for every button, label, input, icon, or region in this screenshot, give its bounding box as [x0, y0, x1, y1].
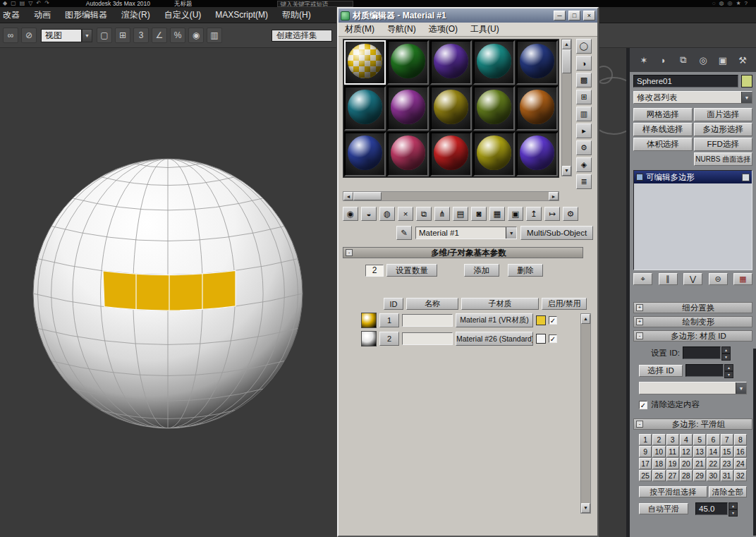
sample-uv-tiling-icon[interactable]: ⊞ [576, 90, 592, 104]
smoothing-group-button[interactable]: 6 [707, 434, 719, 445]
smoothing-group-button[interactable]: 28 [680, 470, 693, 481]
app-logo-icon[interactable]: ◆ [3, 0, 7, 7]
material-sample-slot[interactable] [516, 132, 558, 176]
submaterial-button[interactable]: Material #26 (Standard) [456, 332, 533, 346]
collapse-icon[interactable]: - [636, 421, 643, 428]
tab-motion[interactable]: ◎ [696, 54, 710, 66]
set-id-field[interactable] [683, 346, 721, 359]
put-material-to-scene-icon[interactable]: ◒ [361, 207, 377, 221]
reference-coordinate-system-combo[interactable]: 视图 ▼ [41, 29, 92, 42]
menu-item[interactable]: 渲染(R) [114, 7, 157, 23]
spinner-down-icon[interactable]: ▾ [721, 354, 731, 361]
modifier-button[interactable]: 多边形选择 [694, 123, 753, 136]
remove-modifier-icon[interactable]: ⊝ [709, 273, 728, 285]
object-name-field[interactable]: Sphere01 [633, 75, 738, 88]
tab-display[interactable]: ▣ [716, 54, 730, 66]
modifier-button[interactable]: FFD选择 [694, 138, 753, 151]
close-button[interactable]: × [583, 11, 595, 20]
scrollbar-thumb[interactable] [562, 49, 571, 73]
material-sample-slot[interactable] [344, 86, 386, 131]
undo-icon[interactable]: ↶ [36, 0, 41, 7]
menu-item[interactable]: 自定义(U) [157, 7, 209, 23]
expand-icon[interactable]: + [636, 318, 643, 325]
set-id-spinner[interactable]: ▴▾ [721, 346, 731, 359]
stack-item-editable-poly[interactable]: 可编辑多边形 [634, 171, 752, 183]
menu-item[interactable]: 改器 [0, 7, 27, 23]
menu-item[interactable]: 动画 [27, 7, 58, 23]
rectangular-selection-region-icon[interactable]: ▢ [97, 28, 112, 43]
communication-center-icon[interactable]: ◎ [727, 0, 732, 7]
auto-smooth-button[interactable]: 自动平滑 [639, 503, 688, 514]
material-sample-slot[interactable] [387, 40, 429, 85]
spinner-snap-toggle-icon[interactable]: ◉ [188, 28, 204, 43]
material-sample-slot[interactable] [387, 86, 429, 131]
tab-modify[interactable]: ◗ [657, 54, 671, 66]
slots-scrollbar-horizontal[interactable]: ◄ ► [343, 191, 559, 201]
pin-stack-icon[interactable]: ⌖ [633, 273, 652, 285]
menu-item[interactable]: 图形编辑器 [58, 7, 114, 23]
collapse-icon[interactable]: - [636, 332, 643, 339]
smoothing-group-button[interactable]: 26 [652, 470, 665, 481]
minimize-button[interactable]: ─ [554, 11, 566, 20]
clear-selection-checkbox[interactable]: ✓ [639, 401, 647, 409]
go-forward-sibling-icon[interactable]: ↦ [544, 207, 560, 221]
smoothing-group-button[interactable]: 13 [693, 446, 706, 457]
reset-map-icon[interactable]: × [398, 207, 413, 221]
save-file-icon[interactable]: ▽ [28, 0, 32, 7]
material-sample-slot[interactable] [516, 86, 558, 131]
menu-item[interactable]: 材质(M) [339, 23, 381, 36]
smoothing-group-button[interactable]: 9 [639, 446, 652, 457]
modifier-button[interactable]: 样条线选择 [633, 123, 693, 136]
make-unique-icon[interactable]: ⋁ [683, 273, 702, 285]
material-sample-slot[interactable] [344, 40, 386, 85]
scroll-down-icon[interactable]: ▼ [562, 166, 571, 176]
threshold-spinner[interactable]: ▴▾ [728, 502, 738, 515]
smoothing-group-button[interactable]: 31 [721, 470, 733, 481]
menu-item[interactable]: 工具(U) [464, 23, 506, 36]
modifier-button[interactable]: NURBS 曲面选择 [694, 152, 753, 166]
select-by-material-icon[interactable]: ◈ [576, 157, 592, 172]
material-type-button[interactable]: Multi/Sub-Object [520, 226, 593, 240]
smoothing-group-button[interactable]: 14 [707, 446, 719, 457]
material-sample-slot[interactable] [473, 86, 515, 131]
material-sample-slot[interactable] [344, 132, 386, 176]
menu-item[interactable]: 导航(N) [381, 23, 422, 36]
object-color-swatch[interactable] [741, 75, 752, 88]
add-button[interactable]: 添加 [464, 264, 499, 277]
smoothing-group-button[interactable]: 12 [680, 446, 693, 457]
select-id-field[interactable] [685, 364, 724, 377]
sphere-object[interactable] [13, 142, 320, 445]
submaterial-count-field[interactable]: 2 [365, 265, 384, 277]
expand-icon[interactable]: + [636, 304, 643, 311]
smoothing-group-button[interactable]: 24 [734, 458, 747, 469]
submaterial-name-input[interactable] [402, 332, 453, 345]
unlink-selection-icon[interactable]: ⊘ [21, 28, 37, 43]
smoothing-group-button[interactable]: 23 [721, 458, 733, 469]
scroll-right-icon[interactable]: ► [549, 192, 559, 200]
smoothing-group-button[interactable]: 15 [721, 446, 733, 457]
smoothing-group-button[interactable]: 30 [707, 470, 719, 481]
favorites-icon[interactable]: ★ [736, 0, 740, 7]
collapse-icon[interactable]: - [346, 249, 353, 256]
menu-item[interactable]: 帮助(H) [275, 7, 318, 23]
smoothing-group-button[interactable]: 17 [639, 458, 652, 469]
smoothing-group-button[interactable]: 22 [707, 458, 719, 469]
select-and-link-icon[interactable]: ∞ [3, 28, 18, 43]
smoothing-group-button[interactable]: 10 [652, 446, 665, 457]
sample-type-icon[interactable]: ◯ [576, 39, 592, 54]
configure-modifier-sets-icon[interactable]: ▦ [733, 273, 752, 285]
rollout-subdivision[interactable]: + 细分置换 [633, 302, 752, 313]
smoothing-group-button[interactable]: 21 [693, 458, 706, 469]
select-by-smoothing-group-button[interactable]: 按平滑组选择 [639, 486, 707, 497]
submaterial-color-swatch[interactable] [536, 334, 546, 344]
angle-snap-toggle-icon[interactable]: ∠ [152, 28, 167, 43]
scroll-left-icon[interactable]: ◄ [343, 192, 353, 200]
modifier-button[interactable]: 网格选择 [633, 108, 693, 121]
snap-toggle-3d-icon[interactable]: 3 [133, 28, 149, 43]
help-icon[interactable]: ? [745, 0, 748, 7]
submaterial-color-swatch[interactable] [536, 315, 546, 325]
material-sample-slot[interactable] [473, 132, 515, 176]
auto-smooth-threshold-field[interactable]: 45.0 [695, 502, 728, 515]
material-sample-slot[interactable] [473, 40, 515, 85]
edit-named-selection-sets-icon[interactable]: ▥ [207, 28, 222, 43]
